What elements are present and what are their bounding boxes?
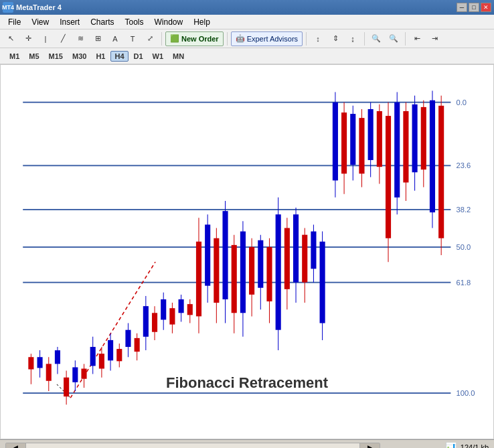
menu-charts[interactable]: Charts	[85, 16, 119, 28]
new-order-button[interactable]: 🟩 New Order	[165, 31, 224, 46]
svg-rect-73	[284, 228, 290, 289]
toolbar-nav2[interactable]: ⇥	[426, 31, 442, 46]
svg-rect-45	[161, 299, 166, 319]
svg-rect-105	[430, 100, 435, 212]
close-button[interactable]: ✕	[481, 3, 491, 12]
menu-tools[interactable]: Tools	[120, 16, 149, 28]
toolbar-shapes[interactable]: ⤢	[142, 31, 158, 46]
tf-m15[interactable]: M15	[45, 51, 67, 62]
svg-rect-87	[350, 114, 355, 165]
toolbar-channels[interactable]: ≋	[72, 31, 88, 46]
svg-rect-69	[266, 247, 272, 301]
title-bar-buttons: ─ □ ✕	[457, 3, 491, 12]
svg-rect-53	[196, 242, 201, 317]
sep4	[364, 32, 365, 46]
svg-rect-95	[386, 116, 391, 238]
menu-bar: File View Insert Charts Tools Window Hel…	[0, 15, 494, 29]
svg-rect-21	[55, 350, 60, 364]
status-info: 124/1 kb	[461, 443, 489, 449]
svg-rect-103	[421, 107, 426, 169]
tf-h4[interactable]: H4	[110, 51, 128, 62]
tf-h1[interactable]: H1	[92, 51, 109, 62]
toolbar-line1[interactable]: |	[37, 31, 54, 46]
toolbar-zoomout[interactable]: 🔍	[386, 31, 402, 46]
svg-rect-93	[377, 111, 382, 167]
sep3	[306, 32, 307, 46]
menu-help[interactable]: Help	[188, 16, 216, 28]
svg-rect-17	[37, 357, 43, 368]
toolbar-line2[interactable]: ╱	[55, 31, 71, 46]
svg-rect-61	[232, 245, 237, 313]
svg-rect-79	[311, 232, 316, 269]
minimize-button[interactable]: ─	[457, 3, 467, 12]
svg-rect-59	[222, 211, 228, 299]
svg-rect-49	[179, 299, 184, 313]
chart-svg: 0.0 23.6 38.2 50.0 61.8 100.0	[1, 65, 493, 439]
tf-mn[interactable]: MN	[169, 51, 188, 62]
svg-rect-15	[28, 357, 33, 369]
expert-icon: 🤖	[236, 34, 245, 43]
svg-text:0.0: 0.0	[456, 98, 467, 106]
svg-rect-71	[276, 214, 281, 329]
horizontal-scrollbar[interactable]: ▶ ◀	[5, 443, 380, 449]
toolbar-text2[interactable]: T	[125, 31, 141, 46]
svg-text:23.6: 23.6	[456, 161, 471, 169]
title-bar-title: MetaTrader 4	[16, 3, 62, 11]
toolbar-text[interactable]: A	[107, 31, 123, 46]
toolbar-grid[interactable]: ⊞	[90, 31, 106, 46]
status-bar: ▶ ◀ 📊 124/1 kb	[0, 439, 494, 448]
title-bar: MT4 MetaTrader 4 ─ □ ✕	[0, 0, 494, 15]
timeframe-toolbar: M1 M5 M15 M30 H1 H4 D1 W1 MN	[0, 48, 494, 64]
toolbar-zoom1[interactable]: ↕	[310, 31, 326, 46]
svg-rect-91	[368, 109, 374, 160]
new-order-label: New Order	[181, 35, 219, 43]
svg-rect-101	[412, 104, 418, 172]
sep1	[161, 32, 162, 46]
svg-rect-51	[187, 304, 193, 315]
status-left: ▶ ◀	[5, 443, 380, 449]
chart-area[interactable]: 0.0 23.6 38.2 50.0 61.8 100.0	[0, 64, 494, 439]
svg-text:100.0: 100.0	[456, 389, 475, 397]
expert-label: Expert Advisors	[247, 35, 298, 43]
svg-rect-65	[249, 247, 254, 295]
menu-insert[interactable]: Insert	[54, 16, 85, 28]
new-order-icon: 🟩	[170, 34, 179, 43]
menu-view[interactable]: View	[26, 16, 54, 28]
svg-rect-77	[302, 235, 307, 283]
toolbar-zoom3[interactable]: ↨	[345, 31, 361, 46]
svg-rect-35	[116, 349, 122, 361]
tf-m30[interactable]: M30	[68, 51, 90, 62]
tf-m5[interactable]: M5	[25, 51, 43, 62]
expert-advisors-button[interactable]: 🤖 Expert Advisors	[231, 31, 303, 46]
svg-rect-47	[169, 308, 175, 324]
svg-rect-75	[293, 214, 299, 282]
menu-window[interactable]: Window	[149, 16, 189, 28]
svg-rect-43	[152, 313, 157, 331]
svg-rect-29	[90, 347, 96, 366]
svg-rect-41	[143, 306, 149, 337]
svg-rect-85	[341, 113, 347, 173]
tf-w1[interactable]: W1	[149, 51, 168, 62]
toolbar-zoomin[interactable]: 🔍	[368, 31, 384, 46]
menu-file[interactable]: File	[3, 16, 26, 28]
svg-rect-67	[258, 240, 263, 288]
svg-rect-63	[240, 232, 246, 313]
toolbar-nav1[interactable]: ⇤	[409, 31, 425, 46]
sep5	[405, 32, 406, 46]
svg-text:61.8: 61.8	[456, 279, 471, 287]
tf-m1[interactable]: M1	[5, 51, 23, 62]
title-bar-left: MT4 MetaTrader 4	[3, 2, 62, 13]
tf-d1[interactable]: D1	[130, 51, 147, 62]
svg-rect-99	[403, 111, 408, 183]
svg-rect-23	[64, 378, 69, 396]
status-right: 📊 124/1 kb	[445, 442, 489, 449]
toolbar-zoom2[interactable]: ⇕	[327, 31, 343, 46]
app-icon: MT4	[3, 2, 13, 13]
svg-rect-97	[394, 102, 400, 198]
toolbar-cursor[interactable]: ↖	[3, 31, 19, 46]
maximize-button[interactable]: □	[469, 3, 479, 12]
svg-text:38.2: 38.2	[456, 206, 471, 214]
svg-rect-27	[81, 369, 86, 379]
toolbar-crosshair[interactable]: ✛	[20, 31, 36, 46]
sep2	[227, 32, 228, 46]
